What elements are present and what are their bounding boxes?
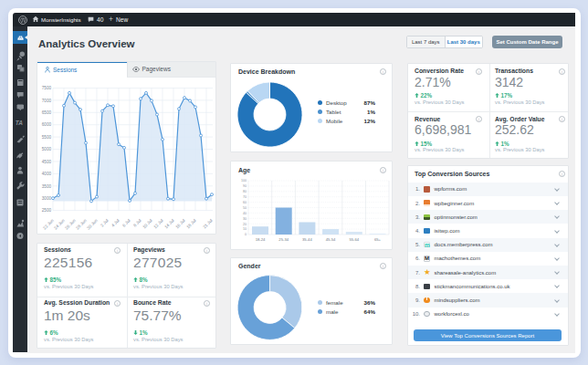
svg-text:18-24: 18-24 — [256, 237, 266, 242]
svg-text:14 Jul: 14 Jul — [163, 218, 174, 229]
svg-text:35-44: 35-44 — [302, 237, 312, 242]
svg-text:6500: 6500 — [42, 110, 52, 115]
svg-text:20: 20 — [243, 223, 247, 226]
svg-text:5000: 5000 — [42, 147, 52, 151]
svg-text:5500: 5500 — [42, 135, 52, 140]
svg-text:6000: 6000 — [42, 122, 52, 127]
svg-text:18 Jul: 18 Jul — [185, 218, 196, 229]
svg-text:3000: 3000 — [42, 196, 52, 201]
svg-text:70: 70 — [243, 195, 247, 199]
svg-text:50: 50 — [243, 206, 247, 210]
svg-text:26 Jun: 26 Jun — [64, 218, 77, 231]
svg-text:45-54: 45-54 — [326, 237, 336, 242]
svg-text:30: 30 — [243, 217, 247, 221]
svg-text:0: 0 — [245, 233, 247, 236]
svg-text:2 Jul: 2 Jul — [100, 218, 110, 228]
svg-text:4500: 4500 — [42, 160, 52, 164]
svg-text:55-64: 55-64 — [349, 237, 359, 242]
svg-text:60: 60 — [243, 201, 247, 204]
svg-text:2500: 2500 — [42, 208, 52, 213]
svg-text:6 Jul: 6 Jul — [121, 218, 131, 228]
svg-text:10 Jul: 10 Jul — [142, 218, 152, 229]
svg-text:TA: TA — [16, 120, 23, 126]
svg-text:4 Jul: 4 Jul — [110, 218, 121, 228]
svg-text:100: 100 — [241, 179, 247, 182]
svg-text:22 Jun: 22 Jun — [42, 218, 55, 231]
svg-text:30 Jun: 30 Jun — [86, 218, 99, 231]
svg-text:12 Jul: 12 Jul — [152, 218, 163, 229]
svg-text:16 Jul: 16 Jul — [174, 218, 185, 229]
svg-text:4000: 4000 — [42, 172, 52, 176]
svg-text:65+: 65+ — [374, 237, 382, 242]
svg-text:40: 40 — [243, 212, 247, 215]
svg-text:10: 10 — [243, 227, 247, 231]
svg-text:25-34: 25-34 — [278, 237, 289, 242]
svg-text:3500: 3500 — [42, 184, 52, 189]
svg-text:28 Jun: 28 Jun — [75, 218, 88, 231]
svg-text:80: 80 — [243, 190, 247, 193]
svg-text:7500: 7500 — [42, 86, 52, 90]
svg-text:21 Jul: 21 Jul — [202, 218, 213, 229]
svg-text:7000: 7000 — [42, 99, 52, 103]
svg-text:90: 90 — [243, 184, 247, 188]
svg-text:24 Jun: 24 Jun — [53, 218, 66, 231]
